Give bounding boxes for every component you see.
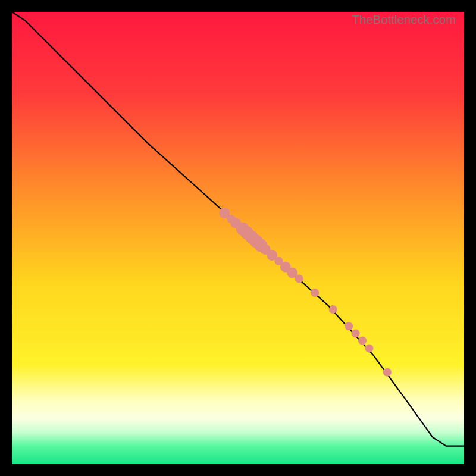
data-point xyxy=(383,368,392,377)
data-point xyxy=(295,274,303,283)
dot-layer xyxy=(219,208,392,377)
data-point xyxy=(352,329,360,337)
data-point xyxy=(329,305,337,314)
plot-area: TheBottleneck.com xyxy=(12,12,464,464)
outer-frame: TheBottleneck.com xyxy=(0,0,476,476)
data-point xyxy=(358,337,367,345)
data-point xyxy=(311,289,319,297)
data-point xyxy=(365,344,373,352)
chart-svg xyxy=(12,12,464,464)
data-point xyxy=(345,322,353,330)
